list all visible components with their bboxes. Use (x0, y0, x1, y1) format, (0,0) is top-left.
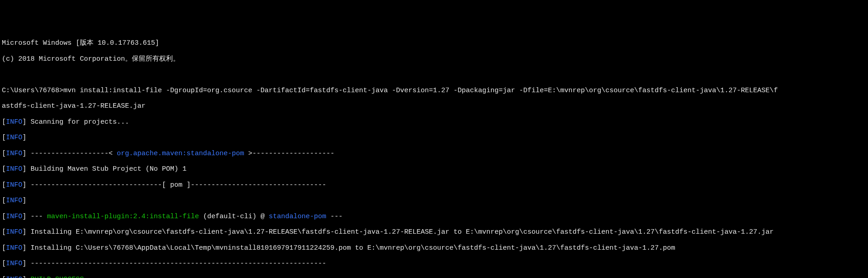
log-line: [INFO] (2, 134, 866, 142)
terminal-window[interactable]: Microsoft Windows [版本 10.0.17763.615] (c… (0, 31, 868, 278)
log-text: (default-cli) @ (199, 213, 269, 220)
log-line: [INFO] Scanning for projects... (2, 118, 866, 126)
info-tag: INFO (6, 165, 22, 173)
log-line: [INFO] (2, 197, 866, 205)
command-line-2: astdfs-client-java-1.27-RELEASE.jar (2, 102, 866, 110)
os-copyright-line: (c) 2018 Microsoft Corporation。保留所有权利。 (2, 55, 866, 63)
log-text: --------------------------------[ pom ]-… (31, 181, 326, 189)
info-tag: INFO (6, 197, 22, 205)
log-line: [INFO] Installing C:\Users\76768\AppData… (2, 244, 866, 252)
log-text: Scanning for projects... (31, 118, 129, 126)
prompt-path: C:\Users\76768> (2, 87, 63, 94)
log-text: Installing C:\Users\76768\AppData\Local\… (31, 244, 675, 252)
command-line-1: C:\Users\76768>mvn install:install-file … (2, 87, 866, 94)
info-tag: INFO (6, 213, 22, 220)
target-name: standalone-pom (269, 213, 326, 220)
log-line: [INFO] --- maven-install-plugin:2.4:inst… (2, 213, 866, 220)
info-tag: INFO (6, 244, 22, 252)
log-line: [INFO] ---------------------------------… (2, 260, 866, 268)
log-text: -------------------< (31, 150, 117, 157)
blank-line (2, 71, 866, 79)
log-text: Installing E:\mvnrep\org\csource\fastdfs… (31, 228, 774, 236)
log-line: [INFO] Installing E:\mvnrep\org\csource\… (2, 228, 866, 236)
log-line: [INFO] --------------------------------[… (2, 181, 866, 189)
log-text: Building Maven Stub Project (No POM) 1 (31, 165, 187, 173)
os-header-line: Microsoft Windows [版本 10.0.17763.615] (2, 39, 866, 47)
info-tag: INFO (6, 134, 22, 142)
info-tag: INFO (6, 150, 22, 157)
info-tag: INFO (6, 260, 22, 268)
log-text: --- (326, 213, 343, 220)
info-tag: INFO (6, 118, 22, 126)
log-line: [INFO] -------------------< org.apache.m… (2, 150, 866, 157)
log-text: ----------------------------------------… (31, 260, 326, 268)
info-tag: INFO (6, 181, 22, 189)
plugin-name: maven-install-plugin:2.4:install-file (47, 213, 199, 220)
info-tag: INFO (6, 276, 22, 278)
log-line: [INFO] Building Maven Stub Project (No P… (2, 165, 866, 173)
log-line: [INFO] BUILD SUCCESS (2, 276, 866, 278)
build-success: BUILD SUCCESS (31, 276, 84, 278)
artifact-name: org.apache.maven:standalone-pom (117, 150, 244, 157)
log-text: >-------------------- (244, 150, 334, 157)
command-text-part1: mvn install:install-file -DgroupId=org.c… (63, 87, 778, 94)
log-text: --- (31, 213, 47, 220)
info-tag: INFO (6, 228, 22, 236)
